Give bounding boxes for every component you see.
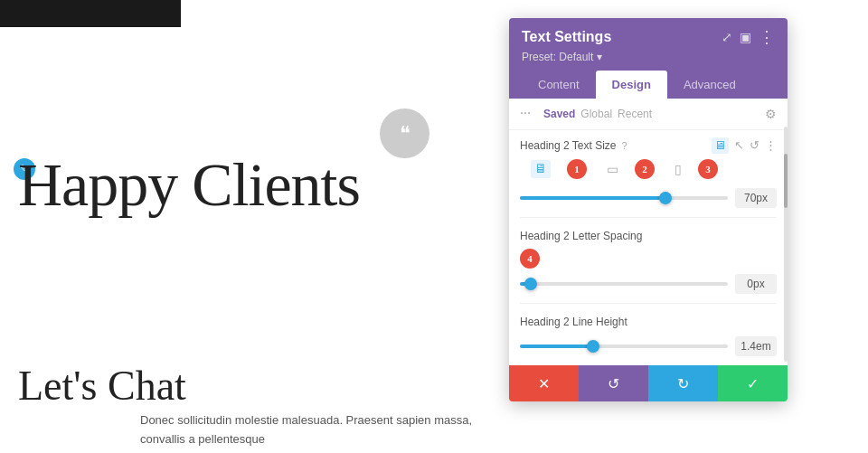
heading2-letterspacing-input[interactable]: 0px bbox=[735, 274, 777, 294]
saved-button[interactable]: Saved bbox=[543, 108, 575, 120]
heading2-textsize-slider-row: 70px bbox=[509, 184, 788, 217]
more-icon[interactable]: ⋮ bbox=[759, 27, 775, 47]
recent-button[interactable]: Recent bbox=[618, 108, 652, 120]
heading2-lineheight-input[interactable]: 1.4em bbox=[735, 336, 777, 356]
panel-body: ··· Saved Global Recent ⚙ Heading 2 Text… bbox=[509, 99, 788, 365]
expand-icon[interactable]: ⤢ bbox=[722, 30, 732, 45]
tab-advanced[interactable]: Advanced bbox=[667, 71, 752, 99]
panel-title-icons: ⤢ ▣ ⋮ bbox=[722, 27, 775, 47]
heading2-textsize-input[interactable]: 70px bbox=[735, 188, 777, 208]
happy-clients-heading: Happy Clients bbox=[18, 149, 360, 221]
heading2-lineheight-label: Heading 2 Line Height bbox=[520, 316, 627, 328]
header-triangle bbox=[136, 0, 172, 27]
redo-button[interactable]: ↻ bbox=[648, 365, 718, 401]
save-button[interactable]: ✓ bbox=[718, 365, 788, 401]
cancel-button[interactable]: ✕ bbox=[509, 365, 579, 401]
badge-4-row: 4 bbox=[509, 247, 788, 270]
badge-4: 4 bbox=[520, 249, 540, 269]
tab-design[interactable]: Design bbox=[596, 71, 667, 99]
heading2-lineheight-slider[interactable] bbox=[520, 344, 728, 348]
cursor-icon[interactable]: ↖ bbox=[734, 138, 744, 153]
columns-icon[interactable]: ▣ bbox=[740, 30, 751, 45]
quote-icon: ❝ bbox=[380, 109, 429, 158]
panel-title: Text Settings bbox=[522, 29, 611, 45]
global-button[interactable]: Global bbox=[580, 108, 612, 120]
heading2-textsize-label: Heading 2 Text Size bbox=[520, 139, 617, 152]
lets-chat-heading: Let's Chat bbox=[18, 362, 186, 410]
panel-scrollbar-thumb[interactable] bbox=[784, 154, 788, 208]
undo-button[interactable]: ↺ bbox=[579, 365, 648, 401]
dots-icon[interactable]: ··· bbox=[520, 106, 531, 122]
tab-content[interactable]: Content bbox=[522, 71, 596, 99]
settings-panel: Text Settings ⤢ ▣ ⋮ Preset: Default ▾ Co… bbox=[509, 18, 788, 401]
tablet-badge-icon[interactable]: ▭ bbox=[607, 162, 618, 177]
heading2-letterspacing-slider[interactable] bbox=[520, 282, 728, 286]
badge-3-item: 3 bbox=[698, 159, 718, 179]
badge-2-item: 2 bbox=[635, 159, 655, 179]
letter-spacing-label-container: Heading 2 Letter Spacing bbox=[509, 218, 788, 247]
more-options-icon[interactable]: ⋮ bbox=[765, 138, 777, 153]
heading2-letterspacing-label: Heading 2 Letter Spacing bbox=[520, 230, 642, 242]
settings-gear-icon[interactable]: ⚙ bbox=[765, 107, 777, 122]
help-icon[interactable]: ? bbox=[622, 140, 627, 151]
panel-preset[interactable]: Preset: Default ▾ bbox=[522, 51, 775, 63]
reset-icon[interactable]: ↺ bbox=[750, 138, 760, 153]
panel-tabs: Content Design Advanced bbox=[522, 71, 775, 99]
device-badges-row: 🖥 1 ▭ 2 ▯ 3 bbox=[509, 157, 788, 184]
line-height-label-container: Heading 2 Line Height bbox=[509, 304, 788, 333]
desktop-badge-icon[interactable]: 🖥 bbox=[531, 160, 551, 178]
badge-1-item: 1 bbox=[567, 159, 587, 179]
body-text: Donec sollicitudin molestie malesuada. P… bbox=[140, 411, 502, 453]
panel-header: Text Settings ⤢ ▣ ⋮ Preset: Default ▾ Co… bbox=[509, 18, 788, 99]
heading2-lineheight-slider-row: 1.4em bbox=[509, 333, 788, 365]
phone-badge-icon[interactable]: ▯ bbox=[675, 162, 682, 177]
heading2-letterspacing-slider-row: 0px bbox=[509, 270, 788, 303]
device-icons-row: 🖥 ↖ ↺ ⋮ bbox=[712, 137, 777, 154]
action-bar: ✕ ↺ ↻ ✓ bbox=[509, 365, 788, 401]
heading2-textsize-slider[interactable] bbox=[520, 196, 728, 200]
preset-row: ··· Saved Global Recent ⚙ bbox=[509, 99, 788, 130]
heading2-textsize-label-row: Heading 2 Text Size ? 🖥 ↖ ↺ ⋮ bbox=[509, 130, 788, 157]
panel-scrollbar[interactable] bbox=[784, 127, 788, 362]
desktop-icon[interactable]: 🖥 bbox=[712, 137, 729, 154]
